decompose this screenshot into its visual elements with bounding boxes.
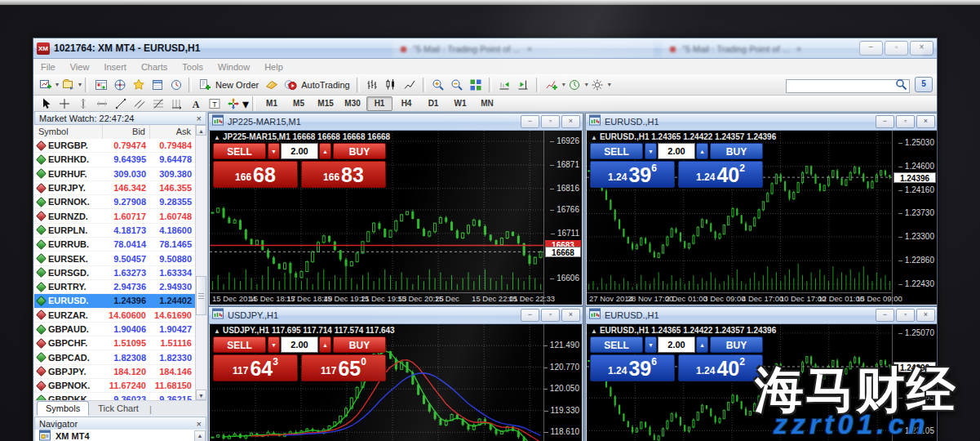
chart-window-titlebar[interactable]: EURUSD.,H1−▫× bbox=[586, 307, 937, 324]
menu-tools[interactable]: Tools bbox=[175, 60, 211, 74]
volume-down-icon[interactable]: ▼ bbox=[645, 143, 657, 159]
chart-window-titlebar[interactable]: JP225-MAR15,M1−▫× bbox=[209, 114, 583, 131]
symbol-row-eurzar[interactable]: EURZAR.14.6060014.61690 bbox=[34, 309, 196, 323]
chart-minimize-button[interactable]: − bbox=[876, 309, 894, 322]
volume-up-icon[interactable]: ▲ bbox=[696, 336, 708, 353]
buy-button[interactable]: BUY bbox=[333, 336, 386, 353]
price-axis[interactable]: 1692616871168161676616711166061668316668 bbox=[543, 131, 582, 305]
metaeditor-icon[interactable] bbox=[262, 76, 281, 94]
symbol-row-gbpcad[interactable]: GBPCAD.1.823081.82330 bbox=[34, 350, 196, 364]
volume-field[interactable]: 2.00 bbox=[281, 336, 318, 353]
new-chart-icon[interactable] bbox=[36, 76, 55, 94]
equidistant-channel-icon[interactable] bbox=[130, 95, 149, 113]
text-icon[interactable]: A bbox=[186, 95, 205, 113]
menu-window[interactable]: Window bbox=[211, 60, 257, 74]
auto-scroll-icon[interactable] bbox=[495, 76, 514, 94]
time-axis[interactable]: 27 Nov 201428 Nov 17:002 Dec 01:003 Dec … bbox=[587, 292, 892, 305]
chart-minimize-button[interactable]: − bbox=[521, 115, 539, 128]
chart-restore-button[interactable]: ▫ bbox=[896, 309, 915, 322]
symbol-row-eurusd[interactable]: EURUSD.1.243961.24402 bbox=[34, 294, 196, 308]
autotrading-icon[interactable] bbox=[281, 76, 299, 94]
period-m15[interactable]: M15 bbox=[313, 96, 339, 111]
tab-tick-chart[interactable]: Tick Chart bbox=[89, 401, 148, 416]
sell-price-button[interactable]: 16668 bbox=[213, 161, 298, 188]
price-axis[interactable]: 1.250301.246001.241601.237301.233001.228… bbox=[892, 131, 937, 305]
symbol-row-gbpjpy[interactable]: GBPJPY.184.120184.146 bbox=[34, 365, 196, 379]
buy-price-button[interactable]: 16683 bbox=[301, 161, 386, 188]
new-order-label[interactable]: New Order bbox=[215, 80, 259, 90]
autotrading-label[interactable]: AutoTrading bbox=[301, 80, 350, 90]
volume-field[interactable]: 2.00 bbox=[658, 336, 695, 353]
column-header-symbol[interactable]: Symbol bbox=[34, 125, 103, 139]
sell-price-button[interactable]: 1.24396 bbox=[590, 161, 675, 188]
menu-insert[interactable]: Insert bbox=[96, 60, 134, 74]
buy-price-button[interactable]: 1.24402 bbox=[678, 354, 763, 381]
menu-view[interactable]: View bbox=[63, 60, 97, 74]
symbol-row-eurnzd[interactable]: EURNZD.1.607171.60748 bbox=[34, 209, 196, 223]
sell-price-button[interactable]: 1.24396 bbox=[590, 354, 675, 381]
vertical-line-icon[interactable] bbox=[73, 95, 92, 113]
scroll-down-icon[interactable]: ▼ bbox=[196, 390, 206, 400]
navigator-header[interactable]: Navigator × bbox=[34, 416, 206, 430]
market-watch-scrollbar[interactable]: ▲ ▼ bbox=[195, 125, 206, 400]
new-order-icon[interactable] bbox=[195, 76, 214, 94]
tile-windows-icon[interactable] bbox=[467, 76, 486, 94]
chart-minimize-button[interactable]: − bbox=[521, 309, 539, 322]
chart-shift-icon[interactable] bbox=[514, 76, 533, 94]
menu-help[interactable]: Help bbox=[257, 60, 290, 74]
menu-charts[interactable]: Charts bbox=[134, 60, 175, 74]
chart-close-button[interactable]: × bbox=[561, 309, 580, 322]
period-mn[interactable]: MN bbox=[474, 96, 500, 111]
time-axis[interactable]: 15 Dec 201415 Dec 18:1715 Dec 18:4915 De… bbox=[210, 292, 543, 305]
navigator-item-xm-mt4[interactable]: XM MT4 bbox=[35, 430, 206, 441]
trendline-icon[interactable] bbox=[111, 95, 130, 113]
chart-restore-button[interactable]: ▫ bbox=[541, 115, 560, 128]
market-watch-close-icon[interactable]: × bbox=[197, 114, 202, 122]
fibonacci-icon[interactable] bbox=[149, 95, 167, 113]
chart-client-area[interactable]: 121.490120.770120.050119.330118.610▲USDJ… bbox=[210, 324, 582, 441]
symbol-row-eurhuf[interactable]: EURHUF.309.030309.380 bbox=[34, 167, 196, 181]
symbol-row-eursgd[interactable]: EURSGD.1.632731.63334 bbox=[34, 266, 196, 280]
symbol-row-gbpaud[interactable]: GBPAUD.1.904061.90427 bbox=[34, 323, 196, 336]
sell-button[interactable]: SELL bbox=[590, 143, 643, 159]
indicators-icon[interactable] bbox=[543, 76, 561, 94]
templates-dropdown-icon[interactable]: ▾ bbox=[608, 81, 611, 88]
market-watch-icon[interactable] bbox=[91, 76, 110, 94]
candlestick-chart-icon[interactable] bbox=[382, 76, 401, 94]
templates-icon[interactable] bbox=[588, 76, 607, 94]
period-h1[interactable]: H1 bbox=[366, 96, 392, 111]
data-window-icon[interactable] bbox=[148, 76, 166, 94]
period-d1[interactable]: D1 bbox=[420, 96, 446, 111]
search-icon[interactable] bbox=[895, 78, 908, 95]
chart-restore-button[interactable]: ▫ bbox=[896, 115, 915, 128]
sell-button[interactable]: SELL bbox=[590, 336, 643, 353]
price-axis[interactable]: 121.490120.770120.050119.330118.610 bbox=[543, 324, 582, 441]
buy-button[interactable]: BUY bbox=[710, 143, 763, 159]
symbol-row-eurhkd[interactable]: EURHKD.9.643959.64478 bbox=[34, 153, 196, 167]
symbol-row-eurnok[interactable]: EURNOK.9.279089.28355 bbox=[34, 195, 196, 209]
text-label-icon[interactable]: T bbox=[205, 95, 224, 113]
messages-badge[interactable]: 5 bbox=[915, 77, 933, 92]
navigator-scroll-up-icon[interactable]: ▲ bbox=[194, 430, 206, 441]
chart-client-area[interactable]: 1.250301.246001.241601.237301.233001.228… bbox=[587, 131, 937, 305]
chart-client-area[interactable]: 1692616871168161676616711166061668316668… bbox=[210, 131, 582, 305]
navigator-icon[interactable] bbox=[110, 76, 129, 94]
chart-window-titlebar[interactable]: USDJPY.,H1−▫× bbox=[209, 307, 583, 324]
volume-down-icon[interactable]: ▼ bbox=[268, 143, 280, 159]
chart-close-button[interactable]: × bbox=[561, 115, 580, 128]
buy-button[interactable]: BUY bbox=[333, 143, 386, 159]
navigator-close-icon[interactable]: × bbox=[197, 420, 202, 428]
period-m5[interactable]: M5 bbox=[286, 96, 312, 111]
profiles-icon[interactable] bbox=[59, 76, 78, 94]
scroll-up-icon[interactable]: ▲ bbox=[196, 125, 206, 136]
chart-window-titlebar[interactable]: EURUSD.,H1−▫× bbox=[586, 114, 937, 131]
sell-button[interactable]: SELL bbox=[213, 143, 266, 159]
column-header-bid[interactable]: Bid bbox=[103, 125, 150, 139]
column-header-ask[interactable]: Ask bbox=[150, 125, 196, 139]
chart-close-button[interactable]: × bbox=[916, 309, 935, 322]
period-m1[interactable]: M1 bbox=[259, 96, 285, 111]
profiles-dropdown-icon[interactable]: ▾ bbox=[78, 81, 82, 88]
search-input[interactable] bbox=[786, 79, 910, 93]
symbol-row-gbpchf[interactable]: GBPCHF.1.510951.51116 bbox=[34, 336, 196, 350]
symbol-row-gbpdkk[interactable]: GBPDKK.9.360239.36215 bbox=[34, 393, 196, 400]
